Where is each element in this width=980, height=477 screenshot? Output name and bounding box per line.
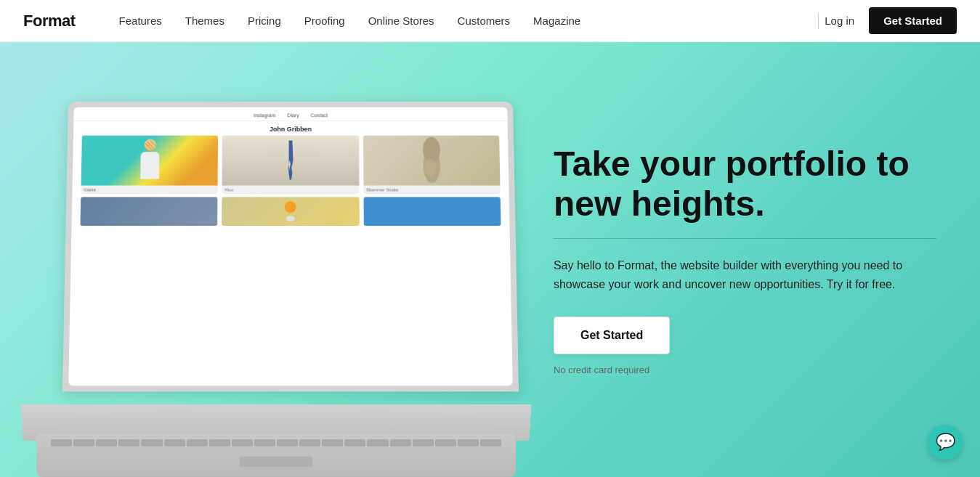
screen-card-small3: [363, 197, 501, 226]
key: [322, 439, 343, 447]
key: [96, 439, 117, 447]
screen-nav-diary: Diary: [287, 113, 299, 118]
person-face-overlay: [144, 141, 155, 152]
card-img-fashion: [363, 136, 501, 186]
hero-body: Say hello to Format, the website builder…: [554, 256, 936, 293]
key: [435, 439, 456, 447]
card-label-sculpture: Flux: [222, 186, 359, 195]
key: [51, 439, 72, 447]
chat-widget[interactable]: 💬: [928, 425, 963, 460]
nav-online-stores[interactable]: Online Stores: [368, 15, 434, 27]
nav-proofing[interactable]: Proofing: [304, 15, 345, 27]
screen-portfolio-title: John Gribben: [73, 121, 508, 136]
brand-logo[interactable]: Format: [23, 12, 76, 30]
laptop-illustration: Instagram Diary Contact John Gribben: [22, 99, 530, 477]
sculpture-shape: [286, 141, 295, 180]
card-label-fashion: Skammer Studio: [363, 186, 501, 195]
laptop-screen-inner: Instagram Diary Contact John Gribben: [68, 107, 513, 386]
laptop-keyboard: [36, 433, 516, 477]
nav-links: Features Themes Pricing Proofing Online …: [119, 15, 813, 27]
hero-headline: Take your portfolio to new heights.: [554, 144, 936, 224]
nav-right: Log in Get Started: [825, 7, 957, 34]
key: [118, 439, 139, 447]
card-img-portrait: [81, 136, 219, 186]
key: [344, 439, 365, 447]
card-img-small3: [363, 197, 501, 226]
person-body: [140, 152, 159, 179]
screen-nav-contact: Contact: [310, 113, 328, 118]
key: [254, 439, 275, 447]
nav-divider: [818, 13, 819, 29]
key: [187, 439, 208, 447]
key: [413, 439, 434, 447]
hero-divider: [554, 238, 936, 239]
screen-grid: Glaikit Flux: [72, 136, 509, 195]
nav-pricing[interactable]: Pricing: [248, 15, 281, 27]
laptop-screen-outer: Instagram Diary Contact John Gribben: [62, 102, 519, 392]
nav-magazine[interactable]: Magazine: [533, 15, 580, 27]
key: [299, 439, 320, 447]
screen-card-fashion: Skammer Studio: [363, 136, 501, 195]
screen-nav-instagram: Instagram: [254, 113, 276, 118]
key: [141, 439, 162, 447]
fashion-svg: [363, 136, 501, 186]
nav-cta-button[interactable]: Get Started: [869, 7, 957, 34]
navbar: Format Features Themes Pricing Proofing …: [0, 0, 980, 42]
key: [367, 439, 388, 447]
screen-card-portrait: Glaikit: [81, 136, 218, 195]
card-label-portrait: Glaikit: [81, 186, 218, 195]
card-img-small2: [222, 197, 359, 226]
screen-card-small1: [80, 197, 217, 226]
key: [480, 439, 501, 447]
hero-laptop-area: Instagram Diary Contact John Gribben: [0, 42, 539, 477]
screen-card-sculpture: Flux: [222, 136, 359, 195]
laptop-trackpad: [240, 457, 312, 467]
card-img-small1: [80, 197, 217, 226]
svg-point-3: [286, 216, 295, 221]
key: [277, 439, 298, 447]
key: [164, 439, 185, 447]
key: [209, 439, 230, 447]
hero-text-area: Take your portfolio to new heights. Say …: [539, 42, 980, 477]
card-img-sculpture: [222, 136, 359, 186]
hero-cta-button[interactable]: Get Started: [554, 317, 670, 354]
key: [73, 439, 94, 447]
chat-icon: 💬: [936, 433, 955, 452]
svg-point-2: [285, 201, 296, 213]
key: [232, 439, 253, 447]
person-shape: [131, 139, 168, 186]
key: [458, 439, 479, 447]
key: [390, 439, 411, 447]
hero-no-cc: No credit card required: [554, 364, 936, 375]
screen-card-small2: [222, 197, 359, 226]
nav-customers[interactable]: Customers: [458, 15, 511, 27]
nav-themes[interactable]: Themes: [185, 15, 224, 27]
screen-grid-row2: [72, 194, 510, 226]
small2-svg: [222, 197, 359, 226]
nav-features[interactable]: Features: [119, 15, 162, 27]
screen-nav: Instagram Diary Contact: [73, 107, 507, 122]
login-link[interactable]: Log in: [825, 15, 854, 27]
hero-section: Instagram Diary Contact John Gribben: [0, 42, 980, 477]
